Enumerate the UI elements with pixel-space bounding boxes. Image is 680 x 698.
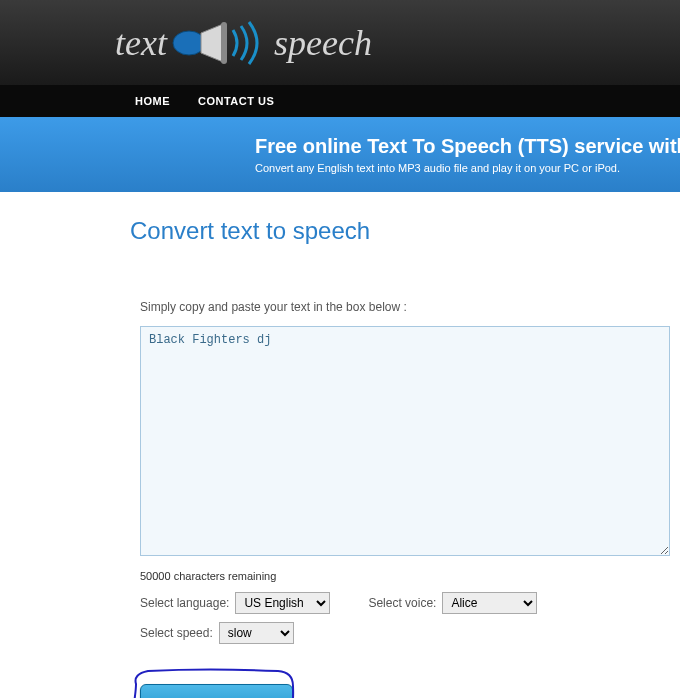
conversion-form: Simply copy and paste your text in the b… [130, 300, 680, 698]
banner-title: Free online Text To Speech (TTS) service… [255, 135, 680, 158]
language-select[interactable]: US English [235, 592, 330, 614]
hero-banner: Free online Text To Speech (TTS) service… [0, 117, 680, 192]
text-input[interactable] [140, 326, 670, 556]
logo-text-right: speech [274, 22, 372, 64]
instruction-text: Simply copy and paste your text in the b… [140, 300, 680, 314]
logo-text-left: text [115, 22, 167, 64]
site-logo[interactable]: text speech [115, 18, 372, 68]
main-content: Convert text to speech Simply copy and p… [0, 192, 680, 698]
nav-home[interactable]: HOME [135, 95, 170, 107]
banner-subtitle: Convert any English text into MP3 audio … [255, 162, 680, 174]
megaphone-icon [171, 18, 266, 68]
page-title: Convert text to speech [130, 217, 680, 245]
speed-select[interactable]: slow [219, 622, 294, 644]
speed-label: Select speed: [140, 626, 213, 640]
voice-select[interactable]: Alice [442, 592, 537, 614]
main-nav: HOME CONTACT US [0, 85, 680, 117]
svg-rect-1 [221, 22, 227, 64]
voice-label: Select voice: [368, 596, 436, 610]
svg-point-0 [173, 31, 205, 55]
nav-contact[interactable]: CONTACT US [198, 95, 274, 107]
character-counter: 50000 characters remaining [140, 570, 680, 582]
create-audio-button[interactable]: Create Audio File [140, 684, 293, 698]
header: text speech [0, 0, 680, 85]
language-label: Select language: [140, 596, 229, 610]
